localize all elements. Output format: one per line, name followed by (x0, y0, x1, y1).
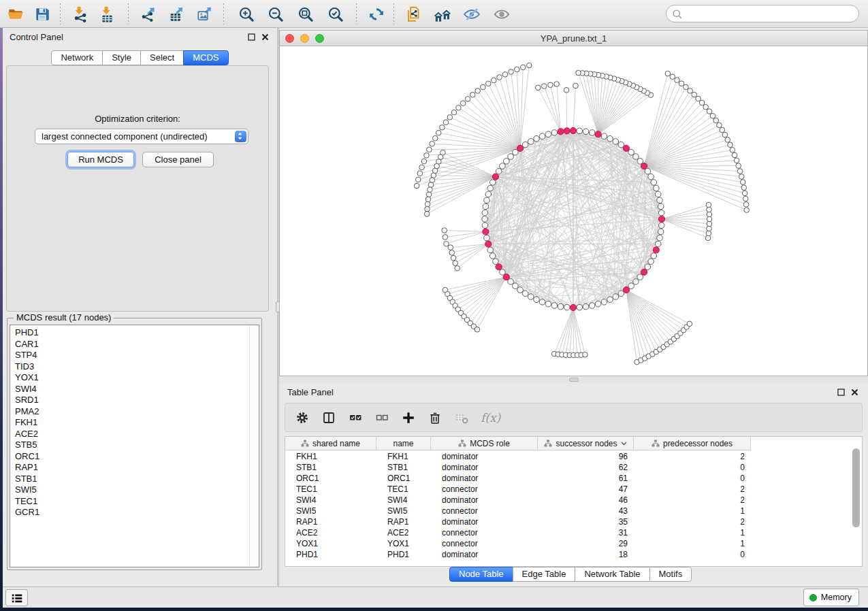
table-row[interactable]: FKH1FKH1dominator962 (285, 451, 751, 462)
show-columns-button[interactable] (321, 410, 338, 426)
column-header-name[interactable]: name (376, 437, 431, 450)
zoom-out-button[interactable] (264, 3, 287, 25)
select-all-button[interactable] (348, 410, 364, 426)
clone-network-icon (404, 5, 422, 23)
import-table-button[interactable] (95, 3, 118, 25)
column-header-shared-name[interactable]: shared name (285, 437, 376, 450)
open-session-button[interactable] (4, 3, 27, 25)
zoom-out-icon (267, 5, 285, 23)
table-cell: 35 (538, 516, 634, 527)
column-header-successor-nodes[interactable]: successor nodes (538, 437, 634, 450)
zoom-in-button[interactable] (235, 3, 258, 25)
eye-icon (493, 5, 511, 23)
table-row[interactable]: RAP1RAP1dominator352 (285, 516, 751, 527)
mcds-result-item[interactable]: CAR1 (15, 339, 39, 350)
table-row[interactable]: PHD1PHD1dominator180 (285, 549, 751, 560)
table-row[interactable]: ORC1ORC1dominator610 (285, 473, 751, 484)
tab-node-table[interactable]: Node Table (449, 567, 513, 582)
column-header-label: name (393, 439, 413, 448)
mcds-result-item[interactable]: TID3 (15, 361, 39, 373)
table-scrollbar-thumb[interactable] (852, 448, 860, 527)
clone-network-button[interactable] (402, 3, 425, 25)
column-header-label: MCDS role (470, 439, 510, 448)
export-table-button[interactable] (165, 3, 189, 25)
hide-graphics-button[interactable] (460, 3, 483, 25)
create-column-button[interactable] (401, 410, 417, 426)
table-row[interactable]: ACE2ACE2connector311 (285, 527, 751, 538)
close-table-panel-button[interactable] (851, 388, 860, 397)
tab-network[interactable]: Network (51, 50, 103, 65)
run-mcds-button[interactable]: Run MCDS (67, 152, 134, 167)
mcds-result-item[interactable]: STP4 (15, 350, 39, 361)
criterion-value: largest connected component (undirected) (42, 131, 208, 142)
mcds-result-item[interactable]: STB1 (15, 474, 39, 485)
table-mode-button[interactable] (295, 410, 311, 426)
mcds-result-item[interactable]: SWI5 (15, 484, 39, 496)
close-panel-button[interactable] (261, 33, 270, 42)
function-builder-label[interactable]: f(x) (481, 411, 500, 425)
mcds-result-item[interactable]: PMA2 (15, 406, 39, 418)
column-type-icon (458, 440, 466, 447)
save-session-button[interactable] (31, 3, 54, 25)
mcds-result-item[interactable]: RAP1 (15, 462, 39, 474)
optimization-criterion-label: Optimization criterion: (7, 114, 268, 124)
close-icon (851, 389, 858, 396)
table-cell: 0 (634, 462, 751, 473)
mcds-result-item[interactable]: TEC1 (15, 496, 39, 508)
table-row[interactable]: STB1STB1dominator620 (285, 462, 751, 473)
column-header-MCDS-role[interactable]: MCDS role (431, 437, 538, 450)
tab-edge-table[interactable]: Edge Table (513, 567, 576, 582)
float-panel-button[interactable] (248, 33, 257, 42)
close-mcds-panel-button[interactable]: Close panel (142, 152, 214, 167)
zoom-selected-button[interactable] (324, 3, 347, 25)
network-overview-button[interactable] (431, 3, 454, 25)
tab-network-table[interactable]: Network Table (575, 567, 649, 582)
mcds-result-item[interactable]: ORC1 (15, 451, 39, 463)
mcds-result-item[interactable]: GCR1 (15, 507, 39, 518)
horizontal-splitter[interactable] (279, 376, 868, 383)
mcds-result-item[interactable]: YOX1 (15, 372, 39, 384)
float-table-panel-button[interactable] (837, 388, 846, 397)
tab-style[interactable]: Style (102, 50, 141, 65)
table-cell: connector (431, 484, 538, 495)
delete-column-button[interactable] (428, 410, 444, 426)
memory-button[interactable]: Memory (803, 589, 859, 606)
tab-motifs[interactable]: Motifs (649, 567, 692, 582)
select-stepper-icon (235, 131, 246, 142)
columns-icon (321, 410, 336, 425)
mcds-result-item[interactable]: SRD1 (15, 395, 39, 406)
export-image-button[interactable] (193, 3, 216, 25)
splitter-handle[interactable] (569, 378, 579, 382)
refresh-button[interactable] (365, 3, 388, 25)
table-row[interactable]: YOX1YOX1connector291 (285, 538, 751, 549)
search-input[interactable] (686, 6, 854, 21)
column-header-predecessor-nodes[interactable]: predecessor nodes (634, 437, 751, 450)
mcds-result-item[interactable]: SWI4 (15, 384, 39, 395)
mcds-result-item[interactable]: ACE2 (15, 429, 39, 440)
table-cell: 1 (634, 527, 751, 538)
zoom-fit-button[interactable] (294, 3, 317, 25)
show-graphics-button[interactable] (490, 3, 513, 25)
result-list-scrollbar[interactable] (249, 326, 258, 566)
tab-select[interactable]: Select (140, 50, 184, 65)
table-row[interactable]: SWI4SWI4dominator462 (285, 495, 751, 506)
show-panels-button[interactable] (5, 589, 28, 606)
import-network-button[interactable] (68, 3, 91, 25)
delete-table-button[interactable] (454, 410, 470, 426)
sort-desc-icon (621, 442, 627, 446)
table-row[interactable]: TEC1TEC1connector472 (285, 484, 751, 495)
mcds-result-list[interactable]: PHD1CAR1STP4TID3YOX1SWI4SRD1PMA2FKH1ACE2… (10, 325, 259, 567)
mcds-result-item[interactable]: STB5 (15, 440, 39, 451)
memory-status-icon (809, 594, 817, 601)
table-row[interactable]: SWI5SWI5connector431 (285, 506, 751, 516)
mcds-result-item[interactable]: FKH1 (15, 417, 39, 429)
table-cell: 2 (634, 451, 751, 462)
tab-mcds[interactable]: MCDS (183, 50, 228, 65)
export-network-button[interactable] (138, 3, 161, 25)
deselect-all-button[interactable] (374, 410, 391, 426)
float-icon (248, 33, 255, 41)
optimization-criterion-select[interactable]: largest connected component (undirected) (35, 129, 248, 144)
search-icon (672, 9, 683, 20)
mcds-result-item[interactable]: PHD1 (15, 327, 39, 339)
network-canvas[interactable] (280, 46, 867, 376)
